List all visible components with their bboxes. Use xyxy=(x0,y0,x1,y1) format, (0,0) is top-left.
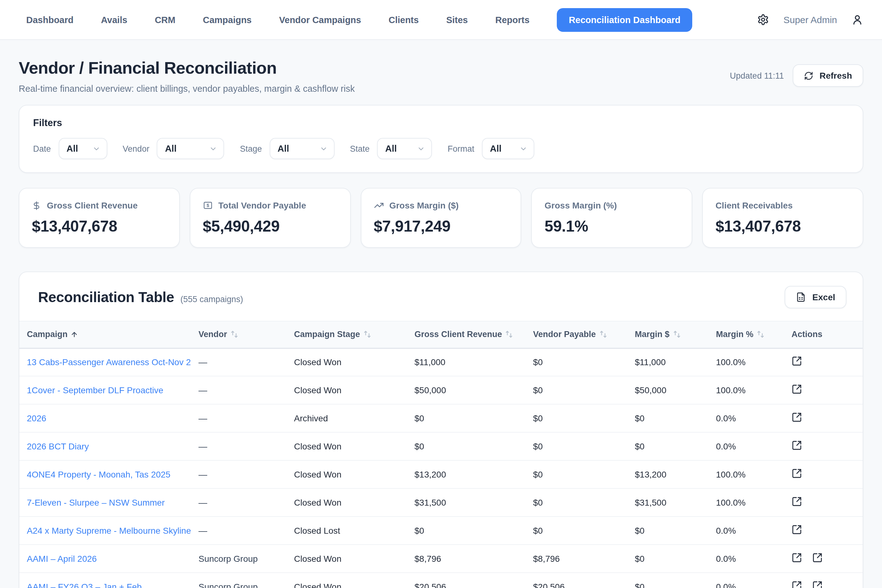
open-external-link-button[interactable] xyxy=(792,468,802,481)
external-link-icon xyxy=(812,580,823,588)
filter-select-date[interactable]: All xyxy=(58,138,107,159)
user-icon[interactable] xyxy=(851,14,863,26)
cell-vendor-payable: $0 xyxy=(526,489,627,516)
column-header-campaign[interactable]: Campaign xyxy=(20,321,191,348)
open-external-link-button[interactable] xyxy=(792,580,802,588)
sort-both-icon xyxy=(673,330,681,339)
external-link-icon xyxy=(792,356,802,369)
open-external-link-button[interactable] xyxy=(792,524,802,537)
cell-gross-client-revenue: $50,000 xyxy=(407,376,526,404)
filter-label-vendor: Vendor xyxy=(123,144,150,153)
column-header-vendor[interactable]: Vendor xyxy=(191,321,286,348)
external-link-icon xyxy=(792,524,802,537)
excel-label: Excel xyxy=(812,292,835,302)
cell-actions xyxy=(784,404,862,432)
sort-ascending-icon xyxy=(71,331,78,338)
nav-item-reports[interactable]: Reports xyxy=(495,15,530,25)
column-header-margin-%[interactable]: Margin % xyxy=(708,321,784,348)
campaign-link[interactable]: A24 x Marty Supreme - Melbourne Skyline … xyxy=(27,526,191,536)
nav-item-campaigns[interactable]: Campaigns xyxy=(203,15,252,25)
nav-item-vendor-campaigns[interactable]: Vendor Campaigns xyxy=(279,15,361,25)
stat-card-client-receivables: Client Receivables$13,407,678 xyxy=(702,188,863,248)
table-header-bar: Reconciliation Table (555 campaigns) Exc… xyxy=(20,272,862,321)
external-link-icon xyxy=(792,496,802,509)
filter-group-vendor: VendorAll xyxy=(123,138,224,159)
nav-item-avails[interactable]: Avails xyxy=(101,15,128,25)
cell-vendor-payable: $0 xyxy=(526,432,627,460)
cell-vendor: — xyxy=(191,460,286,489)
cell-margin-dollars: $31,500 xyxy=(627,489,708,516)
stat-value: $13,407,678 xyxy=(32,217,166,236)
cell-campaign: 2026 xyxy=(20,404,191,432)
campaign-link[interactable]: AAMI – April 2026 xyxy=(27,554,97,564)
cell-vendor-payable: $0 xyxy=(526,376,627,404)
table-body: 13 Cabs-Passenger Awareness Oct-Nov 2025… xyxy=(20,348,862,588)
stat-label: Gross Margin (%) xyxy=(544,200,680,210)
column-header-margin-$[interactable]: Margin $ xyxy=(627,321,708,348)
campaign-link[interactable]: AAMI – FY26 Q3 – Jan + Feb xyxy=(27,582,142,588)
nav-item-clients[interactable]: Clients xyxy=(388,15,419,25)
campaign-link[interactable]: 4ONE4 Property - Moonah, Tas 2025 xyxy=(27,470,170,479)
nav-item-reconciliation-dashboard[interactable]: Reconciliation Dashboard xyxy=(557,8,693,32)
sort-both-icon xyxy=(230,330,238,339)
cell-gross-client-revenue: $8,796 xyxy=(407,544,526,573)
open-external-link-button[interactable] xyxy=(792,356,802,369)
cell-vendor: Suncorp Group xyxy=(191,573,286,588)
column-header-vendor-payable[interactable]: Vendor Payable xyxy=(526,321,627,348)
cell-actions xyxy=(784,460,862,489)
campaign-link[interactable]: 2026 xyxy=(27,413,46,423)
table-row: AAMI – April 2026Suncorp GroupClosed Won… xyxy=(20,544,862,573)
filter-label-state: State xyxy=(350,144,369,153)
open-external-link-button[interactable] xyxy=(792,496,802,509)
open-external-link-button[interactable] xyxy=(792,440,802,453)
filter-select-state[interactable]: All xyxy=(377,138,432,159)
external-link-icon xyxy=(812,552,823,565)
open-external-link-button[interactable] xyxy=(792,384,802,396)
svg-text:$: $ xyxy=(207,203,209,208)
cell-gross-client-revenue: $31,500 xyxy=(407,489,526,516)
sort-both-icon xyxy=(505,330,513,339)
cell-margin-dollars: $0 xyxy=(627,544,708,573)
stat-card-total-vendor-payable: $Total Vendor Payable$5,490,429 xyxy=(190,188,351,248)
campaign-link[interactable]: 7-Eleven - Slurpee – NSW Summer xyxy=(27,498,165,507)
stat-label: Gross Client Revenue xyxy=(32,200,166,210)
column-header-gross-client-revenue[interactable]: Gross Client Revenue xyxy=(407,321,526,348)
column-header-campaign-stage[interactable]: Campaign Stage xyxy=(286,321,407,348)
open-external-link-button[interactable] xyxy=(792,552,802,565)
cell-vendor-payable: $0 xyxy=(526,516,627,544)
cell-campaign: 4ONE4 Property - Moonah, Tas 2025 xyxy=(20,460,191,489)
refresh-button[interactable]: Refresh xyxy=(793,64,863,87)
campaign-link[interactable]: 1Cover - September DLF Proactive xyxy=(27,385,163,395)
nav-item-dashboard[interactable]: Dashboard xyxy=(26,15,74,25)
settings-gear-icon[interactable] xyxy=(757,14,769,26)
cell-margin-dollars: $0 xyxy=(627,404,708,432)
excel-export-button[interactable]: Excel xyxy=(785,286,846,308)
trending-up-icon xyxy=(374,200,384,210)
cell-vendor: — xyxy=(191,348,286,376)
open-external-link-button[interactable] xyxy=(792,412,802,424)
cell-vendor-payable: $0 xyxy=(526,460,627,489)
filter-select-vendor[interactable]: All xyxy=(157,138,224,159)
filter-label-date: Date xyxy=(33,144,51,153)
cell-gross-client-revenue: $0 xyxy=(407,432,526,460)
user-role-label: Super Admin xyxy=(783,14,837,25)
filter-select-format[interactable]: All xyxy=(482,138,534,159)
cell-margin-dollars: $50,000 xyxy=(627,376,708,404)
cell-stage: Closed Won xyxy=(286,348,407,376)
cell-actions xyxy=(784,432,862,460)
cell-campaign: 13 Cabs-Passenger Awareness Oct-Nov 2025 xyxy=(20,348,191,376)
nav-links: DashboardAvailsCRMCampaignsVendor Campai… xyxy=(26,15,530,25)
filter-select-stage[interactable]: All xyxy=(269,138,334,159)
cell-margin-dollars: $13,200 xyxy=(627,460,708,489)
campaign-link[interactable]: 2026 BCT Diary xyxy=(27,441,89,451)
campaign-link[interactable]: 13 Cabs-Passenger Awareness Oct-Nov 2025 xyxy=(27,357,191,368)
open-external-link-button[interactable] xyxy=(812,552,823,565)
nav-item-sites[interactable]: Sites xyxy=(446,15,468,25)
filter-value-stage: All xyxy=(278,144,289,153)
app-root: DashboardAvailsCRMCampaignsVendor Campai… xyxy=(0,0,882,588)
open-external-link-button[interactable] xyxy=(812,580,823,588)
nav-item-crm[interactable]: CRM xyxy=(155,15,176,25)
external-link-icon xyxy=(792,580,802,588)
filter-row: DateAllVendorAllStageAllStateAllFormatAl… xyxy=(33,138,849,159)
cell-margin-percent: 0.0% xyxy=(708,432,784,460)
